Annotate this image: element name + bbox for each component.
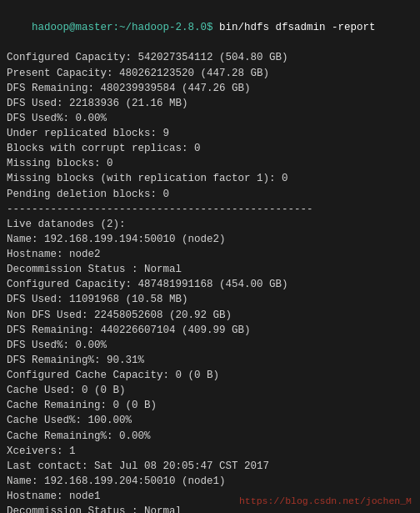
terminal-line: DFS Used: 11091968 (10.58 MB) xyxy=(7,292,413,307)
terminal-line: Pending deletion blocks: 0 xyxy=(7,187,413,202)
terminal-line: Present Capacity: 480262123520 (447.28 G… xyxy=(7,66,413,81)
terminal-line: DFS Used%: 0.00% xyxy=(7,111,413,126)
prompt-user: hadoop@master:~/hadoop-2.8.0$ xyxy=(32,22,213,33)
terminal-line: Cache Remaining%: 0.00% xyxy=(7,429,413,444)
terminal-line: Live datanodes (2): xyxy=(7,217,413,232)
terminal-line: Xceivers: 1 xyxy=(7,444,413,459)
terminal-window: hadoop@master:~/hadoop-2.8.0$ bin/hdfs d… xyxy=(0,0,420,513)
terminal-line: Under replicated blocks: 9 xyxy=(7,126,413,141)
terminal-line: Configured Capacity: 487481991168 (454.0… xyxy=(7,277,413,292)
terminal-line: Name: 192.168.199.204:50010 (node1) xyxy=(7,474,413,489)
terminal-line: Decommission Status : Normal xyxy=(7,262,413,277)
terminal-line: DFS Used%: 0.00% xyxy=(7,338,413,353)
terminal-line: Cache Used: 0 (0 B) xyxy=(7,383,413,398)
terminal-line: DFS Remaining%: 90.31% xyxy=(7,353,413,368)
terminal-line: ----------------------------------------… xyxy=(7,202,413,217)
terminal-line: Last contact: Sat Jul 08 20:05:47 CST 20… xyxy=(7,459,413,474)
terminal-line: DFS Remaining: 480239939584 (447.26 GB) xyxy=(7,81,413,96)
watermark: https://blog.csdn.net/jochen_M xyxy=(239,495,412,506)
terminal-line: DFS Remaining: 440226607104 (409.99 GB) xyxy=(7,323,413,338)
terminal-line: DFS Used: 22183936 (21.16 MB) xyxy=(7,96,413,111)
terminal-line: Blocks with corrupt replicas: 0 xyxy=(7,141,413,156)
terminal-line: Configured Cache Capacity: 0 (0 B) xyxy=(7,368,413,383)
prompt-line: hadoop@master:~/hadoop-2.8.0$ bin/hdfs d… xyxy=(7,5,413,50)
terminal-line: Missing blocks: 0 xyxy=(7,156,413,171)
prompt-command: bin/hdfs dfsadmin -report xyxy=(213,22,376,33)
terminal-line: Name: 192.168.199.194:50010 (node2) xyxy=(7,232,413,247)
terminal-line: Non DFS Used: 22458052608 (20.92 GB) xyxy=(7,308,413,323)
terminal-line: Hostname: node2 xyxy=(7,247,413,262)
terminal-line: Missing blocks (with replication factor … xyxy=(7,171,413,186)
terminal-line: Cache Used%: 100.00% xyxy=(7,413,413,428)
terminal-line: Configured Capacity: 542027354112 (504.8… xyxy=(7,50,413,65)
output-block: Configured Capacity: 542027354112 (504.8… xyxy=(7,50,413,513)
terminal-line: Cache Remaining: 0 (0 B) xyxy=(7,398,413,413)
